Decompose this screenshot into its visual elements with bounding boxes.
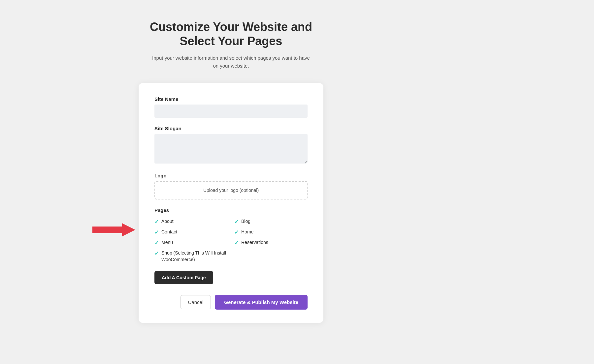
pages-section: Pages ✓ About ✓ Blog ✓ Contact ✓ Home: [154, 207, 308, 263]
site-slogan-input[interactable]: [154, 134, 308, 164]
check-icon-blog: ✓: [234, 219, 239, 225]
page-label-contact: Contact: [161, 229, 177, 235]
page-label-shop: Shop (Selecting This Will Install WooCom…: [161, 250, 228, 263]
site-slogan-label: Site Slogan: [154, 126, 308, 131]
page-item-blog: ✓ Blog: [234, 218, 308, 225]
page-item-reservations: ✓ Reservations: [234, 239, 308, 246]
check-icon-reservations: ✓: [234, 240, 239, 246]
page-label-menu: Menu: [161, 239, 173, 246]
pages-label: Pages: [154, 207, 308, 213]
add-custom-page-button[interactable]: Add A Custom Page: [154, 271, 213, 284]
check-icon-menu: ✓: [154, 240, 159, 246]
check-icon-contact: ✓: [154, 229, 159, 235]
page-title: Customize Your Website and Select Your P…: [150, 20, 312, 48]
logo-group: Logo Upload your logo (optional): [154, 173, 308, 199]
site-name-input[interactable]: [154, 105, 308, 118]
svg-marker-0: [92, 223, 135, 236]
main-card: Site Name Site Slogan Logo Upload your l…: [139, 83, 323, 322]
site-slogan-group: Site Slogan: [154, 126, 308, 165]
check-icon-home: ✓: [234, 229, 239, 235]
page-label-reservations: Reservations: [241, 239, 268, 246]
page-item-shop: ✓ Shop (Selecting This Will Install WooC…: [154, 250, 228, 263]
cancel-button[interactable]: Cancel: [181, 295, 211, 309]
action-row: Cancel Generate & Publish My Website: [154, 295, 308, 310]
site-name-group: Site Name: [154, 96, 308, 118]
check-icon-about: ✓: [154, 219, 159, 225]
generate-publish-button[interactable]: Generate & Publish My Website: [215, 295, 308, 310]
pages-grid: ✓ About ✓ Blog ✓ Contact ✓ Home ✓ Menu: [154, 218, 308, 263]
page-item-home: ✓ Home: [234, 229, 308, 235]
arrow-indicator: [92, 222, 135, 238]
page-item-contact: ✓ Contact: [154, 229, 228, 235]
logo-upload-area[interactable]: Upload your logo (optional): [154, 181, 308, 199]
page-label-about: About: [161, 218, 174, 225]
site-name-label: Site Name: [154, 96, 308, 102]
page-label-home: Home: [241, 229, 253, 235]
page-label-blog: Blog: [241, 218, 250, 225]
page-item-about: ✓ About: [154, 218, 228, 225]
check-icon-shop: ✓: [154, 250, 159, 257]
page-item-menu: ✓ Menu: [154, 239, 228, 246]
logo-label: Logo: [154, 173, 308, 178]
page-subtitle: Input your website information and selec…: [152, 54, 310, 70]
